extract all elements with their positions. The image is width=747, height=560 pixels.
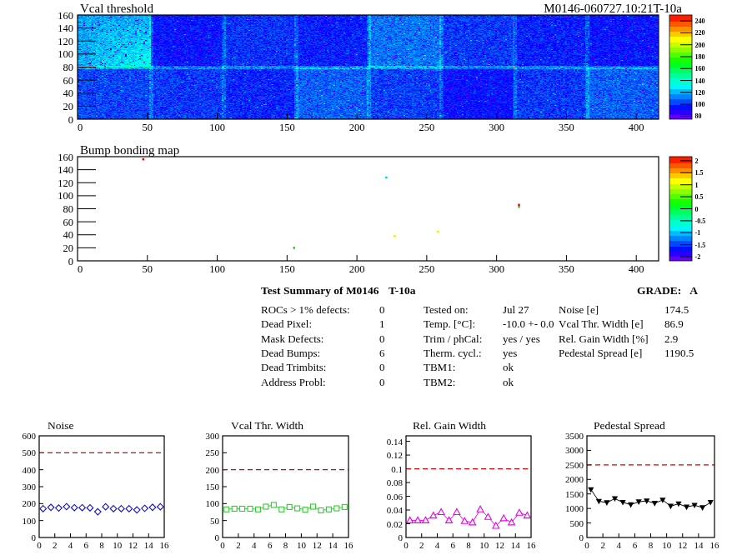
svg-text:40: 40 [63, 229, 74, 241]
grade-badge: GRADE:A [637, 284, 698, 298]
vcal-width-chart: 0501001502002503000246810121416 [206, 431, 354, 550]
svg-text:16: 16 [344, 540, 354, 550]
svg-text:0.02: 0.02 [387, 519, 403, 529]
summary-label: Mask Defects: [261, 332, 323, 346]
svg-text:50: 50 [210, 516, 220, 526]
svg-text:0: 0 [32, 532, 37, 542]
svg-text:0: 0 [78, 263, 83, 275]
svg-text:250: 250 [419, 122, 434, 133]
svg-text:0.04: 0.04 [387, 505, 404, 515]
svg-text:80: 80 [63, 62, 74, 73]
svg-text:12: 12 [128, 540, 138, 550]
svg-text:250: 250 [419, 263, 434, 275]
svg-text:500: 500 [570, 518, 584, 528]
svg-text:150: 150 [279, 263, 295, 275]
svg-text:1000: 1000 [565, 503, 584, 513]
summary-label: Temp. [°C]: [424, 318, 475, 331]
summary-value: yes [503, 347, 517, 360]
svg-text:100: 100 [209, 263, 225, 275]
svg-text:6: 6 [633, 540, 638, 550]
svg-text:150: 150 [279, 122, 295, 133]
svg-text:4: 4 [68, 540, 73, 550]
svg-text:180: 180 [695, 53, 705, 61]
svg-text:250: 250 [206, 448, 220, 458]
svg-text:300: 300 [23, 482, 37, 492]
summary-value: 174.5 [664, 303, 689, 317]
svg-text:100: 100 [695, 101, 705, 108]
bump-map-axes: 0204060801001201401600501001502002503003… [58, 152, 705, 276]
svg-text:200: 200 [349, 122, 365, 133]
svg-text:0: 0 [584, 540, 589, 550]
svg-text:1: 1 [695, 182, 699, 189]
svg-text:0: 0 [37, 540, 42, 550]
svg-text:0: 0 [579, 532, 584, 542]
svg-text:120: 120 [58, 36, 73, 48]
svg-text:0: 0 [404, 540, 409, 550]
bump-map-title: Bump bonding map [80, 143, 179, 158]
pedestal-chart: 0500100015002000250030003500024681012141… [565, 431, 719, 550]
svg-text:100: 100 [23, 516, 37, 526]
svg-text:0: 0 [68, 114, 73, 126]
bump-defect-dot [394, 235, 396, 238]
svg-text:16: 16 [710, 540, 720, 550]
vcal-width-chart-title: Vcal Thr. Width [231, 419, 303, 432]
summary-value: 6 [379, 347, 385, 360]
summary-value: 0 [379, 376, 385, 389]
svg-text:0.06: 0.06 [387, 492, 404, 502]
svg-text:4: 4 [252, 540, 257, 550]
svg-text:60: 60 [63, 217, 74, 228]
summary-value: yes / yes [503, 332, 540, 346]
summary-label: TBM2: [424, 376, 455, 389]
summary-value: 0 [379, 361, 385, 374]
svg-text:300: 300 [206, 431, 220, 441]
bump-defect-dot [437, 231, 439, 233]
svg-text:-1.5: -1.5 [695, 242, 706, 249]
svg-text:-2: -2 [695, 253, 701, 261]
svg-text:20: 20 [63, 242, 74, 254]
svg-text:150: 150 [206, 482, 220, 492]
summary-label: Trim / phCal: [424, 332, 482, 346]
svg-text:2: 2 [53, 540, 58, 550]
summary-label: Address Probl: [261, 376, 326, 389]
summary-label: Therm. cycl.: [424, 347, 482, 360]
svg-text:0.14: 0.14 [387, 437, 404, 447]
svg-text:10: 10 [662, 540, 672, 550]
svg-text:12: 12 [495, 540, 504, 550]
svg-text:0: 0 [220, 540, 225, 550]
svg-text:4: 4 [435, 540, 440, 550]
svg-text:100: 100 [206, 498, 220, 508]
pedestal-chart-title: Pedestal Spread [594, 419, 665, 432]
summary-value: Jul 27 [503, 303, 529, 317]
summary-label: Tested on: [424, 303, 469, 317]
summary-label: Dead Pixel: [261, 318, 312, 331]
svg-text:80: 80 [63, 203, 74, 215]
plots-overlay: 0204060801001201401600501001502002503003… [0, 0, 747, 560]
summary-value: ok [503, 361, 514, 374]
svg-text:300: 300 [489, 263, 504, 275]
svg-text:2: 2 [419, 540, 424, 550]
summary-label: Dead Trimbits: [261, 361, 326, 374]
svg-text:8: 8 [466, 540, 471, 550]
svg-text:400: 400 [629, 122, 644, 133]
summary-label: ROCs > 1% defects: [261, 303, 350, 317]
svg-text:16: 16 [160, 540, 170, 550]
svg-text:6: 6 [84, 540, 89, 550]
summary-label: Pedestal Spread [e] [559, 347, 642, 360]
summary-value: 2.9 [664, 332, 678, 346]
summary-value: -10.0 +- 0.0 [503, 318, 554, 331]
summary-label: TBM1: [424, 361, 455, 374]
vcal-map-title: Vcal threshold [80, 2, 153, 16]
svg-text:2: 2 [600, 540, 605, 550]
svg-text:120: 120 [58, 178, 73, 189]
svg-text:300: 300 [489, 122, 504, 133]
svg-text:0: 0 [78, 122, 83, 133]
summary-value: 0 [379, 303, 385, 317]
svg-text:160: 160 [58, 10, 73, 22]
svg-text:50: 50 [143, 263, 153, 275]
svg-text:0.1: 0.1 [391, 464, 403, 474]
summary-value: 1190.5 [664, 347, 694, 360]
gain-width-chart: 00.020.040.060.080.10.120.14024681012141… [387, 436, 536, 550]
svg-text:0.08: 0.08 [387, 478, 404, 488]
bump-defect-dot [518, 206, 520, 208]
svg-text:8: 8 [99, 540, 104, 550]
